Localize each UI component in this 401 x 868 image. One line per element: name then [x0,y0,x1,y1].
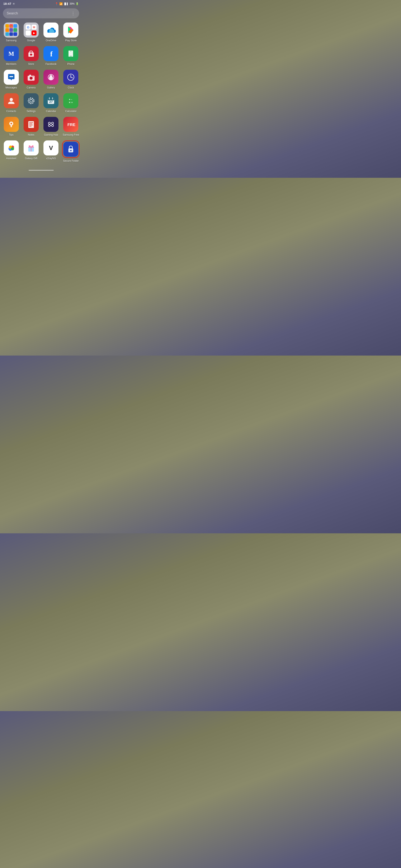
app-label-assistant: Assistant [6,157,16,160]
signal-icon: ▐▌▌ [64,2,68,5]
app-camera[interactable]: Camera [22,70,40,89]
svg-point-45 [49,125,51,127]
svg-point-43 [52,122,54,124]
app-members[interactable]: M Members [2,46,20,65]
svg-rect-39 [29,124,32,124]
app-label-store: Store [28,63,34,65]
app-gallery[interactable]: Gallery [42,70,60,89]
svg-point-17 [33,76,33,77]
app-clock[interactable]: Clock [62,70,80,89]
svg-text:V: V [49,145,53,151]
svg-point-12 [12,76,13,77]
app-calendar[interactable]: 27 Calendar [42,93,60,113]
search-menu-button[interactable]: ⋮ [71,11,76,16]
app-label-notes: Notes [28,133,34,136]
app-grid: 📻 Samsung G M ▶ Google OneDrive [0,23,82,166]
app-label-calendar: Calendar [46,110,56,113]
app-messages[interactable]: Messages [2,70,20,89]
svg-point-52 [11,147,14,150]
svg-text:FREE: FREE [67,122,76,127]
svg-point-46 [52,125,54,127]
svg-point-23 [9,98,13,101]
app-label-samsung: Samsung [6,39,17,42]
app-contacts[interactable]: Contacts [2,93,20,113]
svg-rect-35 [11,126,12,127]
svg-point-42 [49,122,51,124]
svg-point-9 [70,51,71,52]
svg-rect-40 [29,125,33,125]
app-gaming-hub[interactable]: Gaming Hub [42,117,60,136]
battery-icon: 🔋 [76,2,79,5]
search-bar[interactable]: Search ⋮ [3,8,79,18]
svg-text:×  ÷: × ÷ [69,101,73,104]
svg-text:M: M [8,50,14,57]
svg-rect-41 [29,126,32,126]
status-bar: 18:47 ✳ 📍 📶 ▐▌▌ 39% 🔋 [0,0,82,7]
svg-point-15 [30,77,32,79]
svg-rect-38 [29,122,33,123]
app-onedrive[interactable]: OneDrive [42,23,60,42]
app-calculator[interactable]: + - × ÷ Calculator [62,93,80,113]
svg-rect-34 [10,126,12,126]
app-playstore[interactable]: Play Store [62,23,80,42]
app-facebook[interactable]: f Facebook [42,46,60,65]
svg-rect-16 [29,75,31,76]
svg-rect-37 [28,121,34,128]
app-label-tips: Tips [9,133,13,136]
app-v2ray[interactable]: V v2rayNG [42,141,60,162]
wifi-icon: 📶 [59,2,63,5]
app-label-members: Members [6,63,17,65]
app-galaxy-gift[interactable]: Galaxy Gift [22,141,40,162]
svg-rect-8 [70,56,72,56]
svg-text:27: 27 [49,100,53,103]
app-label-calculator: Calculator [65,110,77,113]
search-placeholder: Search [7,11,18,16]
app-label-google: Google [27,39,35,42]
time-display: 18:47 [3,2,11,5]
app-label-galaxy-gift: Galaxy Gift [25,157,37,160]
svg-point-22 [70,77,71,78]
app-label-samsung-free: Samsung Free [63,133,79,136]
app-label-onedrive: OneDrive [46,39,56,42]
home-indicator [29,170,54,171]
svg-point-11 [11,76,12,77]
battery-display: 39% [69,2,75,5]
app-notes[interactable]: Notes [22,117,40,136]
svg-rect-6 [30,54,32,56]
svg-point-10 [9,76,11,77]
app-label-v2ray: v2rayNG [46,157,56,160]
app-label-playstore: Play Store [65,39,77,42]
location-icon: 📍 [55,2,58,5]
svg-text:f: f [50,50,53,58]
svg-point-24 [30,99,32,102]
app-label-camera: Camera [27,86,36,89]
app-google[interactable]: G M ▶ Google [22,23,40,42]
app-label-phone: Phone [67,63,75,65]
app-label-settings: Settings [27,110,35,113]
svg-point-25 [28,98,34,104]
app-settings[interactable]: Settings [22,93,40,113]
app-assistant[interactable]: Assistant [2,141,20,162]
app-tips[interactable]: Tips [2,117,20,136]
app-secure-folder[interactable]: Secure Folder [62,141,80,162]
app-label-contacts: Contacts [6,110,16,113]
app-label-gaming-hub: Gaming Hub [44,133,58,136]
app-label-facebook: Facebook [46,63,57,65]
status-icons: 📍 📶 ▐▌▌ 39% 🔋 [55,2,79,5]
app-samsung-free[interactable]: FREE Samsung Free [62,117,80,136]
app-label-gallery: Gallery [47,86,55,89]
app-phone[interactable]: Phone [62,46,80,65]
app-label-secure-folder: Secure Folder [63,159,79,162]
app-samsung[interactable]: 📻 Samsung [2,23,20,42]
app-store[interactable]: Store [22,46,40,65]
app-label-clock: Clock [68,86,74,89]
svg-point-36 [10,123,12,124]
app-label-messages: Messages [5,86,17,89]
svg-rect-60 [70,149,71,150]
